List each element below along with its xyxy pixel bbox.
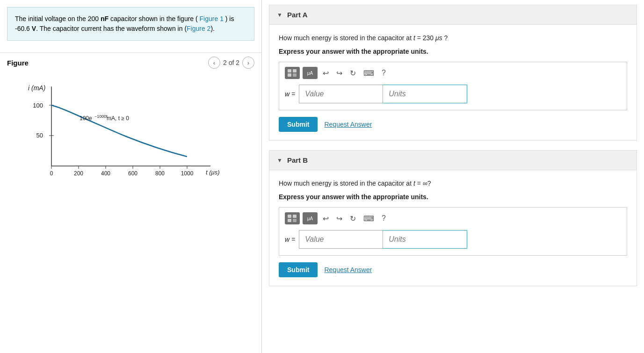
part-b-body: How much energy is stored in the capacit… (269, 170, 637, 286)
part-b-units-input[interactable] (383, 230, 467, 249)
part-a-units-input[interactable] (383, 85, 467, 103)
svg-rect-25 (288, 73, 291, 77)
part-b-input-label: w = (285, 236, 295, 243)
svg-rect-23 (288, 69, 291, 72)
ua-label-b: μA (307, 216, 313, 221)
part-a-actions: Submit Request Answer (279, 117, 627, 132)
svg-rect-27 (288, 215, 291, 218)
redo-button-b[interactable]: ↪ (334, 213, 345, 224)
figure-header: Figure ‹ 2 of 2 › (0, 52, 261, 72)
figure2-link[interactable]: Figure 2 (187, 25, 210, 32)
info-box: The initial voltage on the 200 nF capaci… (7, 7, 254, 41)
undo-button-b[interactable]: ↩ (320, 213, 331, 224)
part-b-toolbar: μA ↩ ↪ ↻ ⌨ ? (285, 212, 621, 224)
ua-label-a: μA (307, 71, 313, 76)
part-b-value-input[interactable] (299, 230, 383, 249)
svg-text:600: 600 (128, 170, 137, 177)
part-b-label: Part B (287, 156, 308, 164)
keyboard-button-b[interactable]: ⌨ (361, 213, 376, 224)
undo-button-a[interactable]: ↩ (320, 68, 331, 79)
figure1-link[interactable]: Figure 1 (200, 15, 224, 22)
help-button-b[interactable]: ? (379, 213, 388, 223)
figure-prev-button[interactable]: ‹ (208, 57, 220, 69)
svg-rect-30 (293, 219, 297, 222)
svg-text:800: 800 (155, 170, 165, 177)
part-a-value-input[interactable] (299, 85, 383, 103)
svg-text:t (μs): t (μs) (206, 169, 220, 176)
part-b-submit-button[interactable]: Submit (279, 262, 318, 277)
part-a-answer-box: μA ↩ ↪ ↻ ⌨ ? w = (279, 62, 627, 110)
keyboard-button-a[interactable]: ⌨ (361, 68, 376, 79)
part-b-header[interactable]: ▼ Part B (269, 151, 637, 170)
part-b-arrow: ▼ (277, 157, 282, 164)
figure-page: 2 of 2 (223, 59, 239, 66)
matrix-icon-button-a[interactable] (285, 67, 300, 79)
part-a-header[interactable]: ▼ Part A (269, 5, 637, 25)
part-a-toolbar: μA ↩ ↪ ↻ ⌨ ? (285, 67, 621, 79)
part-b-question: How much energy is stored in the capacit… (279, 179, 627, 188)
refresh-button-a[interactable]: ↻ (347, 68, 358, 79)
part-a-body: How much energy is stored in the capacit… (269, 25, 637, 140)
svg-rect-29 (288, 219, 291, 222)
refresh-button-b[interactable]: ↻ (347, 213, 358, 224)
svg-text:i (mA): i (mA) (28, 84, 45, 92)
chart-area: i (mA) 100 50 t (μs) 0 200 400 600 800 (0, 72, 261, 353)
part-a-label: Part A (287, 11, 308, 19)
matrix-icon-button-b[interactable] (285, 212, 300, 224)
part-a-input-label: w = (285, 90, 295, 98)
ua-button-a[interactable]: μA (303, 67, 318, 79)
svg-text:1000: 1000 (181, 170, 194, 177)
figure-next-button[interactable]: › (242, 57, 254, 69)
redo-button-a[interactable]: ↪ (334, 68, 345, 79)
svg-rect-28 (293, 215, 297, 218)
part-b-directive: Express your answer with the appropriate… (279, 193, 627, 201)
svg-text:200: 200 (74, 170, 83, 177)
part-b-input-row: w = (285, 230, 621, 249)
part-b-actions: Submit Request Answer (279, 262, 627, 277)
figure-title: Figure (7, 59, 29, 67)
info-text: The initial voltage on the 200 nF capaci… (15, 15, 234, 32)
part-b-request-answer-button[interactable]: Request Answer (324, 266, 372, 274)
right-panel: ▼ Part A How much energy is stored in th… (262, 0, 644, 353)
svg-text:400: 400 (101, 170, 110, 177)
svg-text:50: 50 (36, 132, 43, 139)
part-a-request-answer-button[interactable]: Request Answer (324, 121, 372, 128)
svg-text:mA, t ≥ 0: mA, t ≥ 0 (107, 115, 129, 122)
part-b-answer-box: μA ↩ ↪ ↻ ⌨ ? w = (279, 207, 627, 256)
left-panel: The initial voltage on the 200 nF capaci… (0, 0, 262, 353)
part-a-directive: Express your answer with the appropriate… (279, 48, 627, 55)
svg-rect-26 (293, 73, 297, 77)
part-b-section: ▼ Part B How much energy is stored in th… (269, 150, 637, 286)
svg-text:0: 0 (50, 170, 53, 177)
part-a-question: How much energy is stored in the capacit… (279, 33, 627, 43)
svg-text:100: 100 (33, 102, 43, 109)
help-button-a[interactable]: ? (379, 68, 388, 78)
part-a-arrow: ▼ (277, 12, 282, 18)
figure-nav: ‹ 2 of 2 › (208, 57, 254, 69)
svg-rect-24 (293, 69, 297, 72)
chart-svg: i (mA) 100 50 t (μs) 0 200 400 600 800 (23, 82, 220, 185)
ua-button-b[interactable]: μA (303, 212, 318, 224)
part-a-input-row: w = (285, 85, 621, 103)
part-a-section: ▼ Part A How much energy is stored in th… (269, 5, 637, 141)
svg-text:100e: 100e (80, 115, 92, 122)
part-a-submit-button[interactable]: Submit (279, 117, 318, 132)
svg-text:−1000t: −1000t (94, 114, 108, 119)
